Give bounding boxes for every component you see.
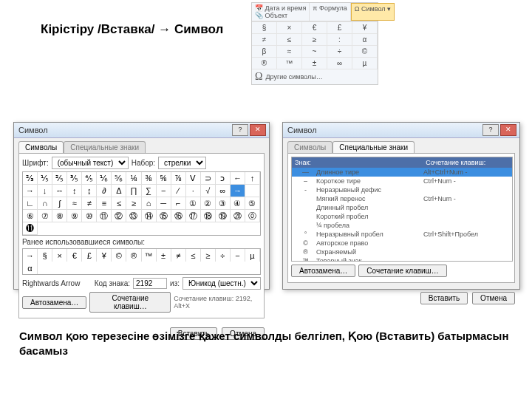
- symbol-quick-grid[interactable]: §×€£¥ ≠≤≥:α β≈~÷© ®™±∞µ: [252, 21, 378, 69]
- char-cell[interactable]: ≥: [126, 197, 141, 210]
- char-cell[interactable]: ─: [157, 197, 171, 210]
- char-cell[interactable]: ∏: [126, 185, 141, 197]
- list-item[interactable]: ®Охраняемый: [292, 248, 512, 256]
- recent-cell[interactable]: ¥: [97, 249, 112, 262]
- recent-cell[interactable]: ™: [142, 249, 157, 262]
- recent-cell[interactable]: µ: [245, 249, 260, 262]
- cancel-button[interactable]: Отмена: [472, 292, 515, 304]
- char-cell[interactable]: ⅞: [171, 172, 186, 185]
- char-cell[interactable]: ⅗: [67, 172, 82, 185]
- char-cell[interactable]: ∞: [216, 185, 231, 197]
- close-icon[interactable]: ✕: [500, 124, 516, 136]
- char-cell[interactable]: ⑲: [216, 210, 231, 222]
- list-item[interactable]: -Неразрывный дефис: [292, 185, 512, 194]
- set-select[interactable]: стрелки: [158, 157, 206, 169]
- char-cell[interactable]: ⑤: [245, 197, 260, 210]
- char-cell[interactable]: ≈: [67, 197, 82, 210]
- list-item[interactable]: Короткий пробел: [292, 212, 512, 221]
- char-cell[interactable]: ↔: [52, 185, 67, 197]
- list-item[interactable]: ©Авторское право: [292, 239, 512, 248]
- char-cell[interactable]: ⑮: [157, 210, 171, 222]
- char-cell[interactable]: ⊃: [201, 172, 216, 185]
- recent-cell[interactable]: ±: [157, 249, 171, 262]
- recent-cell[interactable]: ®: [126, 249, 141, 262]
- char-cell[interactable]: ⅙: [97, 172, 112, 185]
- char-cell[interactable]: ↑: [245, 172, 260, 185]
- char-cell[interactable]: ⅜: [142, 172, 157, 185]
- recent-cell[interactable]: £: [82, 249, 97, 262]
- char-cell[interactable]: ①: [186, 197, 201, 210]
- char-cell[interactable]: ⑦: [38, 210, 52, 222]
- tab-symbols[interactable]: Символы: [287, 141, 332, 153]
- char-cell[interactable]: ⑪: [97, 210, 112, 222]
- char-cell[interactable]: ⑯: [171, 210, 186, 222]
- recent-cell[interactable]: α: [23, 262, 38, 274]
- other-symbols-link[interactable]: Ω Другие символы…: [252, 69, 378, 84]
- char-cell[interactable]: ⌂: [142, 197, 157, 210]
- char-cell[interactable]: ⑱: [201, 210, 216, 222]
- char-cell[interactable]: ≠: [82, 197, 97, 210]
- char-cell[interactable]: ⑫: [112, 210, 126, 222]
- char-cell[interactable]: ≡: [97, 197, 112, 210]
- char-cell[interactable]: ɔ: [216, 172, 231, 185]
- char-cell[interactable]: ∕: [171, 185, 186, 197]
- special-chars-list[interactable]: Знак: Сочетание клавиш: —Длинное тиреAlt…: [291, 157, 513, 262]
- help-button[interactable]: ?: [232, 124, 248, 136]
- char-cell[interactable]: ∑: [142, 185, 157, 197]
- list-item[interactable]: Длинный пробел: [292, 203, 512, 212]
- character-grid[interactable]: ⅔⅕⅖⅗⅘⅙⅚⅛⅜⅝⅞Ⅴ⊃ɔ←↑→↓↔↕↨∂Δ∏∑−∕∙√∞→∟∩∫≈≠≡≤≥⌂…: [22, 171, 261, 236]
- char-cell[interactable]: ∩: [38, 197, 52, 210]
- char-cell[interactable]: ↓: [38, 185, 52, 197]
- char-cell[interactable]: −: [157, 185, 171, 197]
- list-item[interactable]: –Короткое тиреCtrl+Num -: [292, 177, 512, 185]
- char-cell[interactable]: [245, 185, 260, 197]
- encoding-select[interactable]: Юникод (шестн.): [183, 277, 261, 290]
- char-cell[interactable]: ⅕: [38, 172, 52, 185]
- char-cell[interactable]: ⓪: [245, 210, 260, 222]
- list-item[interactable]: ¼ пробела: [292, 221, 512, 230]
- char-cell[interactable]: ⌐: [171, 197, 186, 210]
- char-cell[interactable]: ④: [231, 197, 245, 210]
- char-cell[interactable]: ⑩: [82, 210, 97, 222]
- char-cell[interactable]: ⑨: [67, 210, 82, 222]
- char-cell[interactable]: →: [231, 185, 245, 197]
- symbol-dropdown-button[interactable]: Ω Символ ▾: [351, 3, 395, 21]
- char-cell[interactable]: ⅘: [82, 172, 97, 185]
- char-cell[interactable]: ⅚: [112, 172, 126, 185]
- char-cell[interactable]: ⑬: [126, 210, 141, 222]
- recent-cell[interactable]: ≠: [171, 249, 186, 262]
- char-cell[interactable]: ⅖: [52, 172, 67, 185]
- autocorrect-button[interactable]: Автозамена…: [22, 296, 86, 309]
- char-cell[interactable]: Ⅴ: [186, 172, 201, 185]
- ribbon-date[interactable]: 📅 Дата и время📎 Объект: [252, 3, 310, 21]
- tab-symbols[interactable]: Символы: [18, 141, 64, 153]
- insert-button[interactable]: Вставить: [420, 292, 468, 304]
- recent-grid[interactable]: →§×€£¥©®™±≠≤≥÷−µα: [22, 248, 261, 275]
- shortcut-button[interactable]: Сочетание клавиш…: [89, 292, 171, 313]
- shortcut-button[interactable]: Сочетание клавиш…: [358, 265, 446, 277]
- char-cell[interactable]: ∙: [186, 185, 201, 197]
- code-input[interactable]: [133, 278, 167, 289]
- char-cell[interactable]: Δ: [112, 185, 126, 197]
- char-cell[interactable]: ⅝: [157, 172, 171, 185]
- recent-cell[interactable]: ©: [112, 249, 126, 262]
- char-cell[interactable]: ⑧: [52, 210, 67, 222]
- list-item[interactable]: °Неразрывный пробелCtrl+Shift+Пробел: [292, 230, 512, 239]
- recent-cell[interactable]: →: [23, 249, 38, 262]
- char-cell[interactable]: ↕: [67, 185, 82, 197]
- list-item[interactable]: Мягкий переносCtrl+Num -: [292, 194, 512, 203]
- list-item[interactable]: ™Товарный знак: [292, 256, 512, 262]
- recent-cell[interactable]: ≥: [201, 249, 216, 262]
- recent-cell[interactable]: ≤: [186, 249, 201, 262]
- recent-cell[interactable]: −: [231, 249, 245, 262]
- char-cell[interactable]: ⓫: [23, 222, 38, 235]
- tab-special[interactable]: Специальные знаки: [332, 141, 415, 153]
- char-cell[interactable]: →: [23, 185, 38, 197]
- char-cell[interactable]: ∟: [23, 197, 38, 210]
- autocorrect-button[interactable]: Автозамена…: [291, 265, 355, 277]
- char-cell[interactable]: ⅔: [23, 172, 38, 185]
- recent-cell[interactable]: §: [38, 249, 52, 262]
- char-cell[interactable]: ⅛: [126, 172, 141, 185]
- char-cell[interactable]: ③: [216, 197, 231, 210]
- char-cell[interactable]: ↨: [82, 185, 97, 197]
